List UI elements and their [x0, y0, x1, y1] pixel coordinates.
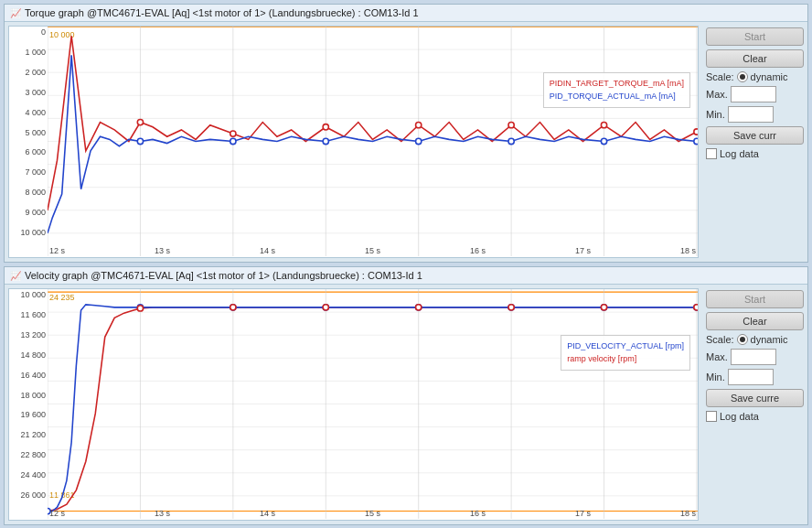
- bottom-max-row: Max.: [706, 349, 804, 365]
- svg-point-32: [694, 129, 698, 135]
- bottom-save-button[interactable]: Save curre: [706, 389, 804, 407]
- svg-point-62: [230, 305, 236, 310]
- svg-point-64: [416, 305, 422, 310]
- bottom-legend: PID_VELOCITY_ACTUAL [rpm] ramp velocity …: [561, 335, 690, 371]
- top-min-input[interactable]: [728, 106, 774, 123]
- bottom-legend-line1: PID_VELOCITY_ACTUAL [rpm]: [567, 339, 684, 352]
- top-chart-area: 10 000 10 000 9 000 8 000 7 000 6 000 5 …: [8, 26, 699, 258]
- top-legend-line2: PID_TORQUE_ACTUAL_mA [mA]: [550, 90, 684, 102]
- top-legend-line1: PIDIN_TARGET_TORQUE_mA [mA]: [550, 77, 684, 90]
- bottom-scale-label: Scale:: [706, 334, 734, 345]
- svg-point-29: [416, 123, 422, 128]
- top-scale-row: Scale: dynamic: [706, 71, 804, 82]
- bottom-start-button[interactable]: Start: [706, 290, 804, 308]
- top-log-row: Log data: [706, 148, 804, 159]
- bottom-log-label: Log data: [720, 411, 759, 422]
- top-max-label: Max.: [706, 89, 728, 100]
- bottom-panel-body: 24 235 11 861 26 000 24 400 22 800 21 20…: [5, 285, 807, 524]
- top-min-label: Min.: [706, 109, 725, 120]
- top-y-axis: 10 000 9 000 8 000 7 000 6 000 5 000 4 0…: [9, 27, 48, 239]
- top-chart-svg: [48, 27, 698, 256]
- top-max-row: Max.: [706, 86, 804, 102]
- top-scale-label: Scale:: [706, 71, 734, 82]
- bottom-title-text: Velocity graph @TMC4671-EVAL [Aq] <1st m…: [25, 270, 422, 281]
- bottom-scale-radio[interactable]: [737, 334, 748, 345]
- bottom-max-label: Max.: [706, 351, 728, 362]
- top-title-text: Torque graph @TMC4671-EVAL [Aq] <1st mot…: [25, 7, 419, 18]
- bottom-chart-area: 24 235 11 861 26 000 24 400 22 800 21 20…: [8, 288, 699, 521]
- bottom-controls: Start Clear Scale: dynamic Max. Min. Sav…: [702, 285, 807, 524]
- bottom-y-axis: 26 000 24 400 22 800 21 200 19 600 18 00…: [9, 289, 48, 501]
- svg-point-25: [694, 138, 698, 144]
- bottom-log-checkbox[interactable]: [706, 411, 717, 422]
- bottom-log-row: Log data: [706, 411, 804, 422]
- bottom-min-label: Min.: [706, 372, 725, 383]
- top-log-checkbox[interactable]: [706, 148, 717, 159]
- top-start-button[interactable]: Start: [706, 27, 804, 46]
- top-save-button[interactable]: Save curr: [706, 126, 804, 145]
- svg-point-31: [601, 123, 606, 128]
- top-max-input[interactable]: [731, 86, 776, 102]
- top-panel: 📈 Torque graph @TMC4671-EVAL [Aq] <1st m…: [4, 4, 808, 263]
- top-scale-radio[interactable]: [737, 71, 748, 82]
- bottom-scale-row: Scale: dynamic: [706, 334, 804, 345]
- bottom-scale-value: dynamic: [751, 334, 788, 345]
- svg-point-63: [323, 305, 328, 310]
- svg-point-19: [137, 138, 143, 144]
- bottom-panel-title: 📈 Velocity graph @TMC4671-EVAL [Aq] <1st…: [5, 267, 807, 285]
- bottom-min-row: Min.: [706, 369, 804, 385]
- svg-point-28: [323, 124, 328, 130]
- top-clear-button[interactable]: Clear: [706, 49, 804, 68]
- svg-point-20: [230, 138, 236, 144]
- svg-point-66: [601, 305, 606, 310]
- chart-icon-2: 📈: [10, 271, 21, 281]
- svg-point-23: [508, 138, 514, 144]
- svg-point-26: [137, 119, 143, 124]
- top-x-axis: 12 s 13 s 14 s 15 s 16 s 17 s 18 s: [48, 246, 698, 255]
- svg-point-24: [601, 138, 606, 144]
- bottom-clear-button[interactable]: Clear: [706, 312, 804, 330]
- top-legend: PIDIN_TARGET_TORQUE_mA [mA] PID_TORQUE_A…: [543, 72, 690, 108]
- top-log-label: Log data: [720, 148, 759, 159]
- bottom-x-axis: 12 s 13 s 14 s 15 s 16 s 17 s 18 s: [48, 509, 698, 518]
- svg-point-21: [323, 138, 328, 144]
- top-scale-value: dynamic: [751, 71, 788, 82]
- bottom-panel: 📈 Velocity graph @TMC4671-EVAL [Aq] <1st…: [4, 266, 808, 525]
- top-panel-title: 📈 Torque graph @TMC4671-EVAL [Aq] <1st m…: [5, 5, 807, 22]
- bottom-min-input[interactable]: [728, 369, 774, 385]
- svg-point-67: [694, 305, 698, 310]
- bottom-chart-svg: [48, 289, 698, 519]
- bottom-max-input[interactable]: [731, 349, 776, 365]
- top-panel-body: 10 000 10 000 9 000 8 000 7 000 6 000 5 …: [5, 22, 807, 262]
- top-min-row: Min.: [706, 106, 804, 123]
- svg-point-61: [137, 306, 143, 311]
- svg-point-22: [416, 138, 422, 144]
- top-controls: Start Clear Scale: dynamic Max. Min. Sav…: [702, 22, 807, 262]
- bottom-legend-line2: ramp velocity [rpm]: [567, 352, 684, 365]
- svg-point-27: [230, 131, 236, 136]
- svg-point-30: [508, 123, 514, 128]
- chart-icon: 📈: [10, 8, 21, 18]
- svg-point-65: [508, 305, 514, 310]
